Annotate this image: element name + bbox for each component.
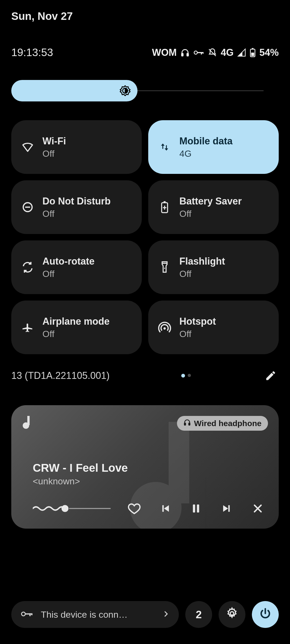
- svg-rect-1: [187, 53, 189, 56]
- battery-pct-label: 54%: [259, 47, 279, 58]
- progress-knob[interactable]: [61, 505, 68, 512]
- tile-sub: Off: [179, 269, 225, 279]
- close-media-button[interactable]: [250, 501, 265, 516]
- flashlight-icon: [157, 260, 172, 275]
- output-chip-label: Wired headphone: [194, 419, 262, 428]
- favorite-button[interactable]: [127, 501, 142, 516]
- headphones-icon: [180, 48, 190, 57]
- media-progress[interactable]: [33, 504, 111, 513]
- battery-plus-icon: [157, 200, 172, 214]
- tile-title: Mobile data: [179, 136, 233, 147]
- output-chip[interactable]: Wired headphone: [177, 416, 268, 431]
- headphones-icon: [183, 419, 191, 428]
- settings-button[interactable]: [219, 601, 245, 628]
- previous-button[interactable]: [158, 501, 173, 516]
- page-indicator: [181, 374, 191, 378]
- tile-title: Auto-rotate: [42, 256, 95, 267]
- svg-rect-5: [202, 52, 204, 54]
- svg-point-30: [21, 612, 25, 616]
- svg-rect-4: [201, 52, 202, 54]
- tile-battery-saver[interactable]: Battery Saver Off: [148, 180, 279, 234]
- svg-rect-3: [197, 52, 203, 53]
- vpn-key-icon: [193, 49, 204, 56]
- edit-tiles-button[interactable]: [263, 368, 279, 384]
- tile-dnd[interactable]: Do Not Disturb Off: [11, 180, 142, 234]
- svg-rect-33: [31, 613, 32, 615]
- tile-sub: Off: [42, 208, 111, 219]
- time-label: 19:13:53: [11, 46, 53, 58]
- media-card: Wired headphone CRW - I Feel Love <unkno…: [11, 405, 279, 529]
- tile-mobile-data[interactable]: Mobile data 4G: [148, 120, 279, 174]
- tile-auto-rotate[interactable]: Auto-rotate Off: [11, 240, 142, 294]
- carrier-label: WOM: [152, 47, 177, 58]
- tile-hotspot[interactable]: Hotspot Off: [148, 301, 279, 354]
- vpn-notification-pill[interactable]: This device is conn…: [11, 601, 179, 628]
- status-bar: 19:13:53 WOM 4G 54%: [11, 46, 279, 58]
- svg-point-2: [194, 51, 197, 54]
- tile-title: Flashlight: [179, 256, 225, 267]
- network-type-label: 4G: [221, 47, 234, 58]
- svg-point-34: [230, 612, 234, 615]
- svg-rect-27: [197, 504, 199, 513]
- vpn-text: This device is conn…: [41, 609, 155, 620]
- date-label: Sun, Nov 27: [11, 0, 279, 22]
- tile-sub: Off: [42, 148, 66, 159]
- tile-sub: Off: [42, 269, 95, 279]
- battery-icon: [250, 48, 256, 57]
- svg-rect-8: [251, 53, 254, 56]
- track-title: CRW - I Feel Love: [33, 462, 128, 474]
- chevron-right-icon: [162, 609, 170, 620]
- tile-title: Do Not Disturb: [42, 196, 111, 207]
- power-button[interactable]: [252, 601, 279, 628]
- rotate-icon: [20, 260, 35, 275]
- brightness-slider[interactable]: [11, 80, 279, 101]
- tile-sub: 4G: [179, 148, 233, 159]
- dnd-off-icon: [208, 48, 217, 57]
- svg-rect-0: [182, 53, 183, 56]
- tile-wifi[interactable]: Wi-Fi Off: [11, 120, 142, 174]
- power-icon: [259, 607, 271, 622]
- build-label: 13 (TD1A.221105.001): [11, 370, 110, 381]
- gear-icon: [226, 607, 238, 622]
- wifi-icon: [20, 140, 35, 154]
- tile-title: Wi-Fi: [42, 136, 66, 147]
- users-button[interactable]: 2: [185, 601, 212, 628]
- music-app-icon: [22, 416, 33, 429]
- tile-title: Airplane mode: [42, 316, 110, 327]
- svg-rect-14: [164, 201, 165, 203]
- svg-point-23: [23, 422, 29, 429]
- tile-title: Battery Saver: [179, 196, 242, 207]
- svg-rect-25: [189, 423, 190, 425]
- svg-rect-31: [25, 613, 32, 614]
- svg-rect-24: [184, 423, 186, 425]
- brightness-fill: [11, 80, 137, 101]
- dnd-icon: [20, 200, 35, 214]
- swap-icon: [157, 140, 172, 154]
- pause-button[interactable]: [189, 501, 204, 516]
- svg-rect-32: [29, 613, 31, 616]
- hotspot-icon: [157, 320, 172, 335]
- users-count: 2: [196, 609, 202, 621]
- tile-sub: Off: [42, 329, 110, 339]
- brightness-icon: [119, 85, 131, 97]
- tile-airplane[interactable]: Airplane mode Off: [11, 301, 142, 354]
- quick-settings-grid: Wi-Fi Off Mobile data 4G Do Not Disturb …: [11, 120, 279, 354]
- next-button[interactable]: [219, 501, 234, 516]
- svg-rect-26: [193, 504, 195, 513]
- airplane-icon: [20, 320, 35, 335]
- track-artist: <unknown>: [33, 476, 80, 486]
- tile-sub: Off: [179, 329, 216, 339]
- svg-point-19: [164, 327, 166, 330]
- vpn-key-icon: [20, 609, 33, 620]
- tile-flashlight[interactable]: Flashlight Off: [148, 240, 279, 294]
- tile-sub: Off: [179, 208, 242, 219]
- signal-icon: [237, 48, 246, 57]
- tile-title: Hotspot: [179, 316, 216, 327]
- svg-rect-7: [252, 48, 253, 49]
